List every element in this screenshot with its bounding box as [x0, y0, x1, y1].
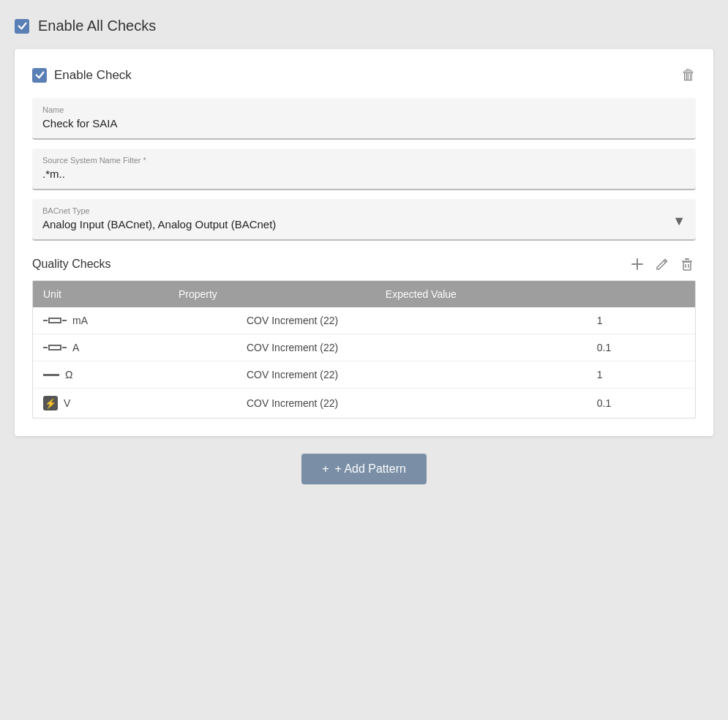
property-cell: COV Increment (22) [236, 361, 587, 389]
enable-check-left: Enable Check [32, 68, 132, 83]
table-row: ΩCOV Increment (22)1 [33, 361, 695, 389]
main-card: Enable Check 🗑 Name Check for SAIA Sourc… [15, 49, 713, 436]
quality-checks-actions [628, 255, 696, 273]
svg-line-2 [664, 260, 666, 263]
expected-cell: 0.1 [587, 389, 695, 419]
table-body: mACOV Increment (22)1 ACOV Increment (22… [33, 307, 695, 418]
enable-check-checkbox[interactable] [32, 68, 47, 83]
table-row: ⚡ VCOV Increment (22)0.1 [33, 389, 695, 419]
source-label: Source System Name Filter * [42, 156, 686, 165]
table-row: ACOV Increment (22)0.1 [33, 334, 695, 361]
bacnet-value: Analog Input (BACnet), Analog Output (BA… [42, 218, 672, 230]
bacnet-content: BACnet Type Analog Input (BACnet), Analo… [42, 206, 672, 230]
add-pattern-label: + Add Pattern [334, 462, 405, 476]
expected-cell: 1 [587, 307, 695, 334]
svg-rect-3 [683, 262, 691, 270]
col-expected: Expected Value [375, 281, 695, 307]
chevron-down-icon: ▼ [672, 214, 686, 229]
bacnet-label: BACnet Type [42, 206, 672, 215]
quality-table: Unit Property Expected Value [33, 281, 695, 307]
delete-quality-check-button[interactable] [678, 255, 696, 273]
quality-checks-section: Quality Checks [32, 255, 696, 419]
delete-check-icon[interactable]: 🗑 [681, 67, 696, 83]
unit-cell: A [33, 334, 236, 361]
table-row: mACOV Increment (22)1 [33, 307, 695, 334]
property-cell: COV Increment (22) [236, 334, 587, 361]
enable-all-checkbox[interactable] [15, 19, 29, 34]
resistor-icon [43, 318, 67, 323]
table-header: Unit Property Expected Value [33, 281, 695, 307]
quality-checks-title: Quality Checks [32, 258, 111, 271]
enable-check-row: Enable Check 🗑 [32, 67, 696, 83]
flat-icon [43, 374, 59, 376]
source-value[interactable]: .*m.. [42, 168, 686, 180]
col-property: Property [168, 281, 375, 307]
page-container: Enable All Checks Enable Check 🗑 Name Ch… [15, 15, 713, 484]
unit-text: mA [72, 315, 88, 326]
enable-all-row: Enable All Checks [15, 15, 713, 37]
property-cell: COV Increment (22) [236, 389, 587, 419]
edit-quality-check-button[interactable] [653, 255, 671, 273]
add-quality-check-button[interactable] [628, 255, 646, 273]
table-scroll-area[interactable]: mACOV Increment (22)1 ACOV Increment (22… [33, 307, 695, 418]
quality-table-body: mACOV Increment (22)1 ACOV Increment (22… [33, 307, 695, 418]
add-pattern-wrapper: + + Add Pattern [15, 454, 713, 484]
name-value[interactable]: Check for SAIA [42, 117, 686, 130]
property-cell: COV Increment (22) [236, 307, 587, 334]
name-field-group: Name Check for SAIA [32, 98, 696, 140]
bacnet-field-group[interactable]: BACnet Type Analog Input (BACnet), Analo… [32, 199, 696, 241]
unit-text: V [64, 397, 70, 409]
name-label: Name [42, 105, 686, 114]
unit-cell: ⚡ V [33, 389, 236, 419]
bolt-icon: ⚡ [43, 396, 58, 410]
enable-check-label: Enable Check [54, 68, 132, 83]
unit-text: Ω [65, 369, 72, 380]
unit-cell: mA [33, 307, 236, 334]
source-field-group: Source System Name Filter * .*m.. [32, 149, 696, 190]
add-pattern-plus-icon: + [322, 462, 329, 476]
col-unit: Unit [33, 281, 168, 307]
unit-text: A [72, 342, 79, 353]
expected-cell: 1 [587, 361, 695, 389]
expected-cell: 0.1 [587, 334, 695, 361]
quality-table-wrapper: Unit Property Expected Value mACOV I [32, 280, 696, 419]
add-pattern-button[interactable]: + + Add Pattern [301, 454, 427, 484]
unit-cell: Ω [33, 361, 236, 389]
quality-checks-header: Quality Checks [32, 255, 696, 273]
enable-all-label: Enable All Checks [38, 18, 156, 34]
resistor-icon [43, 345, 67, 350]
